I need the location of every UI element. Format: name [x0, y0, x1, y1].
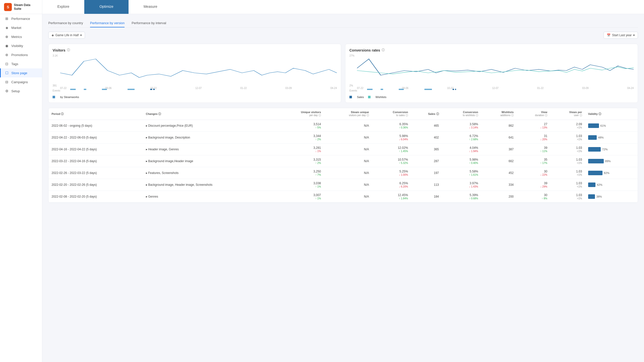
sidebar-item-market[interactable]: ◈Market [0, 23, 42, 32]
topnav-item-optimize[interactable]: Optimize [84, 0, 128, 14]
col-unique-visitors: Unique visitorsper day ⓘ [276, 108, 324, 120]
chevron-down-icon: ▾ [80, 33, 82, 37]
cell-su-2: N/A [324, 144, 372, 155]
sidebar-item-metrics[interactable]: ⊕Metrics [0, 32, 42, 41]
cell-wishlists-4: 452 [481, 167, 517, 179]
event-bar [128, 89, 135, 90]
calendar-icon: 📅 [607, 33, 611, 37]
sidebar-item-visibility[interactable]: ◉Visibility [0, 41, 42, 50]
validity-bar [588, 135, 597, 140]
col-views-per-user: Views peruser ⓘ [550, 108, 585, 120]
cell-cw-6: 5.39% ↑ 0.68% [442, 191, 481, 203]
cell-vpu-1: 1.03 >1% [550, 132, 585, 144]
cell-sales-4: 197 [411, 167, 442, 179]
cell-period-2: 2022-04-16 - 2022-04-22 (5 days) [49, 144, 143, 155]
validity-bar [588, 147, 601, 152]
cell-wishlists-6: 200 [481, 191, 517, 203]
sidebar-item-tags[interactable]: ⊡Tags [0, 59, 42, 68]
cell-vpu-4: 1.03 >1% [550, 167, 585, 179]
cell-su-5: N/A [324, 179, 372, 191]
setup-icon: ⚙ [5, 89, 9, 93]
cell-sales-2: 365 [411, 144, 442, 155]
visitors-chart-card: Visitors ⓘ 3.1K 391 Events 07-22 09-06 [48, 44, 341, 103]
subtab-version[interactable]: Performance by version [90, 19, 125, 27]
cell-validity-6: 38% [585, 191, 638, 203]
cell-su-0: N/A [324, 120, 372, 132]
cell-wishlists-3: 662 [481, 155, 517, 167]
sidebar-label-visibility: Visibility [11, 44, 23, 48]
cell-sales-5: 113 [411, 179, 442, 191]
col-changes: Changes ⓘ [143, 108, 276, 120]
validity-bar [588, 123, 599, 128]
cell-uv-4: 3,250 ↑ 7% [276, 167, 324, 179]
cell-uv-3: 3,315 ↑ 2% [276, 155, 324, 167]
col-conversion-wishlists: Conversionto wishlists ⓘ [442, 108, 481, 120]
cell-wishlists-5: 334 [481, 179, 517, 191]
cell-changes-1: ▸ Background image, Description [143, 132, 276, 144]
sidebar-item-promotions[interactable]: ⊛Promotions [0, 50, 42, 59]
market-icon: ◈ [5, 26, 9, 30]
sidebar-item-campaigns[interactable]: ⊟Campaigns [0, 77, 42, 86]
charts-row: Visitors ⓘ 3.1K 391 Events 07-22 09-06 [48, 44, 638, 103]
subtab-country[interactable]: Performance by country [48, 19, 83, 27]
cell-uv-0: 3,514 ↑ 5% [276, 120, 324, 132]
legend-label-sales: Sales [357, 96, 364, 99]
sidebar-item-storepage[interactable]: ☐Store page [0, 68, 42, 77]
sidebar-label-storepage: Store page [11, 71, 27, 75]
period-filter-label: Start Last year [612, 33, 632, 37]
legend-dot-wishlists [368, 96, 371, 98]
cell-vpu-0: 2.09 >1% [550, 120, 585, 132]
data-table-card: Period ⓘ Changes ⓘ Unique visitorsper da… [48, 108, 638, 203]
cell-su-6: N/A [324, 191, 372, 203]
storepage-icon: ☐ [5, 71, 9, 75]
topnav-item-explore[interactable]: Explore [42, 0, 84, 14]
conversions-chart-card: Conversions rates ⓘ 27% 2% Events [345, 44, 638, 103]
topnav-item-measure[interactable]: Measure [129, 0, 172, 14]
cell-period-4: 2022-02-26 - 2022-03-22 (5 days) [49, 167, 143, 179]
validity-label: 48% [598, 136, 604, 139]
chevron-down-icon-period: ▾ [633, 33, 635, 37]
cell-cw-3: 5.98% ↑ 0.40% [442, 155, 481, 167]
cell-validity-0: 61% [585, 120, 638, 132]
legend-dot-steamworks [53, 96, 55, 98]
logo-icon: S [4, 3, 12, 11]
cell-period-1: 2022-04-22 - 2022-06-03 (5 days) [49, 132, 143, 144]
cell-uv-2: 3,281 ↓ 1% [276, 144, 324, 155]
table-row: 2022-02-08 - 2022-02-20 (5 days) ▸ Genre… [49, 191, 638, 203]
cell-validity-4: 82% [585, 167, 638, 179]
game-filter-button[interactable]: ◈ Game Life in Half ▾ [48, 32, 85, 39]
promotions-icon: ⊛ [5, 53, 9, 57]
logo: S Steam Data Suite [0, 0, 42, 14]
event-bar [381, 89, 383, 90]
conversions-info-icon[interactable]: ⓘ [382, 48, 385, 52]
top-nav: ExploreOptimizeMeasure [42, 0, 644, 14]
conversions-svg-area [357, 54, 634, 84]
sub-tabs: Performance by countryPerformance by ver… [48, 19, 638, 28]
cell-changes-0: ▸ Discount percentage,Price (EUR) [143, 120, 276, 132]
visitors-info-icon[interactable]: ⓘ [67, 48, 70, 52]
col-conversion-sales: Conversionto sales ⓘ [372, 108, 411, 120]
sidebar-item-performance[interactable]: ⊞Performance [0, 14, 42, 23]
validity-label: 82% [604, 171, 610, 174]
game-filter-label: Game Life in Half [55, 33, 79, 37]
period-filter-button[interactable]: 📅 Start Last year ▾ [603, 32, 638, 39]
cell-uv-6: 3,007 ↑ 1% [276, 191, 324, 203]
event-bar [367, 89, 373, 90]
sidebar-label-tags: Tags [11, 62, 18, 66]
tags-icon: ⊡ [5, 62, 9, 66]
cell-validity-5: 42% [585, 179, 638, 191]
cell-cw-1: 6.72% ↑ 2.68% [442, 132, 481, 144]
cell-cw-4: 5.58% ↑ 1.61% [442, 167, 481, 179]
validity-label: 61% [600, 124, 606, 127]
event-bar [399, 89, 404, 90]
cell-period-0: 2022-06-02 - ongoing (5 days) [49, 120, 143, 132]
visitors-svg-area [60, 54, 337, 84]
event-bar [150, 89, 152, 90]
event-bar [70, 89, 76, 90]
subtab-interval[interactable]: Performance by interval [132, 19, 166, 27]
cell-su-1: N/A [324, 132, 372, 144]
conversions-legend: Sales Wishlists [349, 96, 634, 99]
cell-cs-4: 5.25% ↓ 1.00% [372, 167, 411, 179]
sidebar-item-setup[interactable]: ⚙Setup [0, 86, 42, 96]
cell-vd-6: 30 ↑ 8% [517, 191, 550, 203]
